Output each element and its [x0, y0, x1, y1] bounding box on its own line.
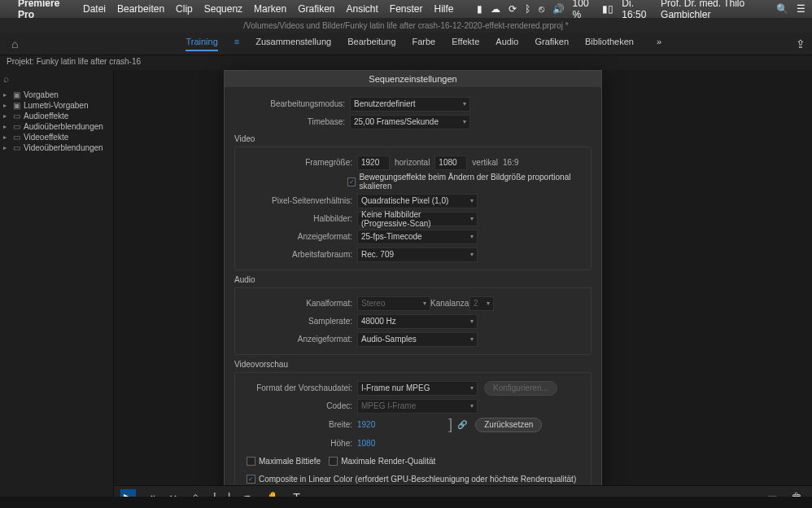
- frame-height-input[interactable]: [434, 155, 467, 170]
- menu-datei[interactable]: Datei: [83, 3, 106, 15]
- tab-farbe[interactable]: Farbe: [413, 37, 436, 51]
- tree-lumetri[interactable]: ▸▣Lumetri-Vorgaben: [3, 100, 110, 111]
- tree-vorgaben[interactable]: ▸▣Vorgaben: [3, 90, 110, 100]
- video-header: Video: [234, 134, 592, 143]
- scale-motion-label: Bewegungseffekte beim Ändern der Bildgrö…: [359, 173, 584, 190]
- spotlight-icon[interactable]: 🔍: [776, 3, 788, 15]
- timebase-label: Timebase:: [234, 117, 350, 126]
- reset-button[interactable]: Zurücksetzen: [475, 418, 542, 432]
- tab-training[interactable]: Training: [186, 37, 217, 51]
- volume-icon[interactable]: 🔊: [552, 3, 565, 15]
- preview-height-label: Höhe:: [242, 439, 357, 448]
- fields-select[interactable]: Keine Halbbilder (Progressive-Scan)▾: [357, 212, 478, 226]
- channel-count-select: 2▾: [469, 296, 494, 311]
- composite-linear-checkbox[interactable]: [247, 475, 255, 484]
- tree-audioeffekte[interactable]: ▸▭Audioeffekte: [3, 111, 110, 121]
- tab-zusammenstellung[interactable]: Zusammenstellung: [255, 37, 331, 51]
- menu-marken[interactable]: Marken: [254, 3, 286, 15]
- tree-audioueberbl[interactable]: ▸▭Audioüberblendungen: [3, 121, 110, 132]
- audio-display-label: Anzeigeformat:: [242, 335, 357, 344]
- share-icon[interactable]: ⇪: [796, 37, 805, 50]
- wifi-icon[interactable]: ⎋: [539, 3, 544, 15]
- battery-text: 100 %: [573, 0, 595, 20]
- folder-icon[interactable]: ▮: [477, 3, 482, 15]
- link-bracket-icon: ]: [448, 416, 452, 433]
- tree-videoueberbl[interactable]: ▸▭Videoüberblendungen: [3, 142, 110, 153]
- cc-icon[interactable]: ☁: [491, 3, 500, 15]
- tab-audio[interactable]: Audio: [495, 37, 518, 51]
- configure-button: Konfigurieren...: [484, 381, 557, 396]
- tab-bibliotheken[interactable]: Bibliotheken: [585, 37, 634, 51]
- scale-motion-checkbox[interactable]: [347, 177, 356, 186]
- channel-count-label: Kanalanzahl:: [430, 299, 469, 308]
- preview-width-value[interactable]: 1920: [357, 420, 375, 429]
- workspace-tabs-row: ⌂ Training ≡ Zusammenstellung Bearbeitun…: [0, 33, 812, 55]
- user-name[interactable]: Prof. Dr. med. Thilo Gambichler: [661, 0, 768, 20]
- channel-format-label: Kanalformat:: [242, 299, 357, 308]
- composite-linear-label: Composite in Linear Color (erfordert GPU…: [259, 475, 576, 484]
- edit-mode-select[interactable]: Benutzerdefiniert▾: [350, 97, 470, 112]
- workspace-color-label: Arbeitsfarbraum:: [242, 250, 357, 259]
- display-format-select[interactable]: 25-fps-Timecode▾: [357, 230, 478, 244]
- samplerate-label: Samplerate:: [242, 317, 357, 326]
- aspect-label: 16:9: [503, 158, 518, 167]
- tab-effekte[interactable]: Effekte: [452, 37, 479, 51]
- status-bar: [0, 497, 812, 508]
- samplerate-select[interactable]: 48000 Hz▾: [357, 314, 478, 329]
- sync-icon[interactable]: ⟳: [509, 3, 517, 15]
- menu-hilfe[interactable]: Hilfe: [434, 3, 454, 15]
- menu-clip[interactable]: Clip: [176, 3, 193, 15]
- horizontal-label: horizontal: [395, 158, 430, 167]
- sequence-settings-dialog: Sequenzeinstellungen Bearbeitungsmodus: …: [224, 70, 602, 508]
- preview-file-label: Format der Vorschaudatei:: [242, 383, 357, 392]
- audio-display-select[interactable]: Audio-Samples▾: [357, 332, 478, 347]
- max-quality-label: Maximale Render-Qualität: [341, 457, 435, 466]
- macos-menubar: Premiere Pro Datei Bearbeiten Clip Seque…: [0, 0, 812, 18]
- bluetooth-icon[interactable]: ᛒ: [525, 3, 530, 15]
- pixel-aspect-select[interactable]: Quadratische Pixel (1,0)▾: [357, 194, 478, 208]
- menu-grafiken[interactable]: Grafiken: [298, 3, 334, 15]
- codec-select: MPEG I-Frame▾: [357, 399, 478, 414]
- codec-label: Codec:: [242, 401, 357, 410]
- timebase-select[interactable]: 25,00 Frames/Sekunde▾: [350, 115, 470, 129]
- preview-height-value[interactable]: 1080: [357, 439, 375, 448]
- dialog-title: Sequenzeinstellungen: [225, 71, 601, 87]
- framesize-label: Framegröße:: [242, 158, 357, 167]
- max-quality-checkbox[interactable]: [329, 457, 338, 466]
- edit-mode-label: Bearbeitungsmodus:: [234, 99, 350, 108]
- tree-videoeffekte[interactable]: ▸▭Videoeffekte: [3, 132, 110, 142]
- tab-grafiken[interactable]: Grafiken: [535, 37, 569, 51]
- preview-width-label: Breite:: [242, 420, 357, 429]
- effects-panel: ⌕ ▸▣Vorgaben ▸▣Lumetri-Vorgaben ▸▭Audioe…: [0, 70, 114, 508]
- frame-width-input[interactable]: [357, 155, 390, 170]
- app-name[interactable]: Premiere Pro: [18, 0, 72, 20]
- search-icon[interactable]: ⌕: [3, 73, 9, 85]
- channel-format-select: Stereo▾: [357, 296, 430, 311]
- preview-header: Videovorschau: [234, 360, 592, 369]
- vertical-label: vertikal: [472, 158, 498, 167]
- display-format-label: Anzeigeformat:: [242, 232, 357, 241]
- workspace-color-select[interactable]: Rec. 709▾: [357, 247, 478, 262]
- audio-header: Audio: [234, 275, 592, 284]
- project-label: Projekt: Funky latin life after crash-16: [0, 55, 812, 70]
- menu-fenster[interactable]: Fenster: [390, 3, 423, 15]
- clock[interactable]: Di. 16:50: [622, 0, 653, 20]
- max-depth-checkbox[interactable]: [247, 457, 255, 466]
- home-icon[interactable]: ⌂: [7, 37, 23, 50]
- menu-bearbeiten[interactable]: Bearbeiten: [117, 3, 164, 15]
- effects-tree: ▸▣Vorgaben ▸▣Lumetri-Vorgaben ▸▭Audioeff…: [0, 88, 113, 155]
- menu-ansicht[interactable]: Ansicht: [346, 3, 378, 15]
- tab-menu-icon[interactable]: ≡: [234, 37, 239, 51]
- preview-file-select[interactable]: I-Frame nur MPEG▾: [357, 381, 478, 396]
- menu-sequenz[interactable]: Sequenz: [204, 3, 242, 15]
- control-center-icon[interactable]: ☰: [797, 3, 805, 15]
- tabs-overflow-icon[interactable]: »: [657, 37, 661, 51]
- battery-icon: ▮▯: [602, 3, 613, 15]
- tab-bearbeitung[interactable]: Bearbeitung: [347, 37, 395, 51]
- fields-label: Halbbilder:: [242, 214, 357, 223]
- link-icon[interactable]: 🔗: [457, 420, 467, 429]
- pixel-aspect-label: Pixel-Seitenverhältnis:: [242, 196, 357, 205]
- max-depth-label: Maximale Bittiefe: [259, 457, 321, 466]
